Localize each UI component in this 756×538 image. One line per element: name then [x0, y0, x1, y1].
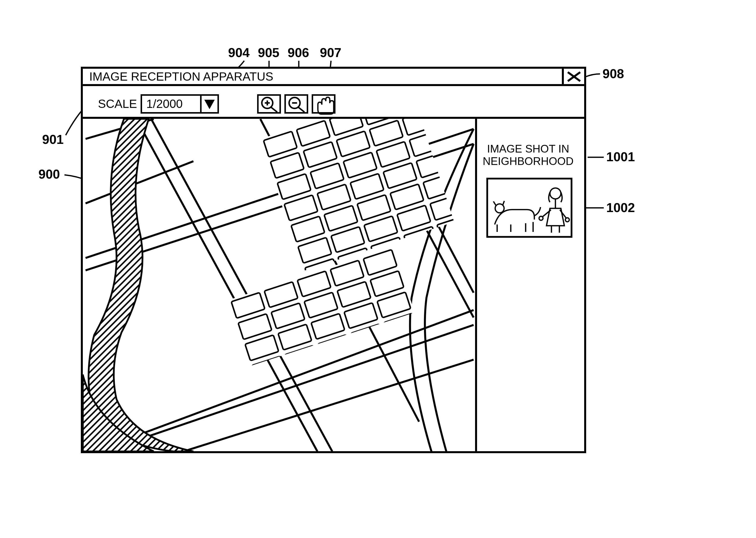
scale-value: 1/2000	[146, 97, 183, 110]
callout-900: 900	[38, 167, 60, 181]
callout-906: 906	[288, 45, 309, 60]
callout-1002: 1002	[606, 200, 635, 215]
map-viewport[interactable]	[82, 90, 476, 452]
callout-901: 901	[42, 132, 64, 147]
side-panel-title-line2: NEIGHBORHOOD	[483, 155, 574, 167]
svg-rect-18	[312, 95, 335, 113]
callout-1001: 1001	[606, 149, 635, 164]
zoom-out-button[interactable]	[285, 95, 307, 113]
scale-label: SCALE	[98, 97, 137, 110]
callout-908: 908	[603, 67, 624, 81]
callout-905: 905	[258, 45, 279, 60]
zoom-in-button[interactable]	[258, 95, 280, 113]
close-button[interactable]	[563, 68, 585, 85]
side-panel-title-line1: IMAGE SHOT IN	[487, 143, 569, 155]
window-title: IMAGE RECEPTION APPARATUS	[89, 70, 273, 83]
side-panel: IMAGE SHOT IN NEIGHBORHOOD	[483, 143, 574, 237]
callout-904: 904	[228, 45, 250, 60]
scale-dropdown-button[interactable]	[201, 95, 218, 113]
thumbnail[interactable]	[487, 179, 572, 237]
pan-button[interactable]	[312, 95, 335, 114]
callout-907: 907	[320, 45, 341, 60]
scale-select[interactable]: 1/2000	[141, 95, 201, 113]
